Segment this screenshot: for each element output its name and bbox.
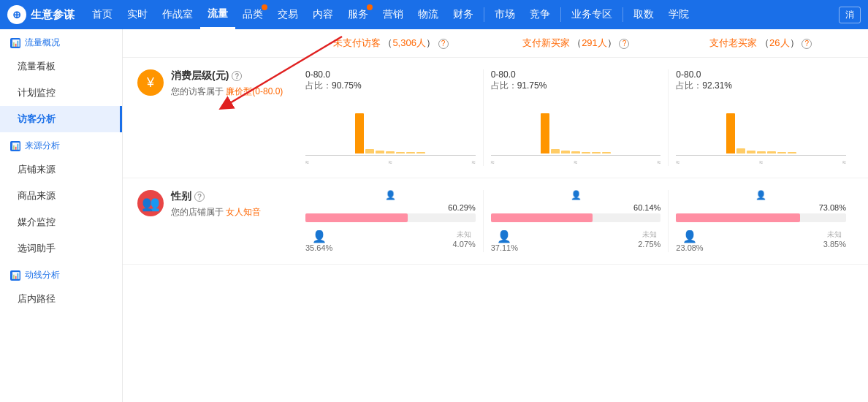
nav-item-realtime[interactable]: 实时 xyxy=(120,0,155,29)
gender-male-icon-col1: 👤 xyxy=(312,230,327,243)
nav-item-home[interactable]: 首页 xyxy=(85,0,120,29)
nav-item-compete[interactable]: 竞争 xyxy=(522,0,557,29)
nav-item-market[interactable]: 市场 xyxy=(487,0,522,29)
gender-title: 性别 ? xyxy=(171,190,298,203)
consumption-section: ¥ 消费层级(元) ? 您的访客属于 廉价型(0-80.0) 0-80 xyxy=(123,58,868,178)
gender-male-icon-col2: 👤 xyxy=(497,230,511,243)
gender-unknown-pct-col1: 4.07% xyxy=(452,240,475,249)
top-navigation: ⊕ 生意参谋 首页 实时 作战室 流量 品类 交易 内容 服务 营销 物流 财务… xyxy=(0,0,868,29)
nav-item-business[interactable]: 业务专区 xyxy=(564,0,620,29)
gender-female-icon-col1: 👤 xyxy=(305,190,476,200)
nav-right: 消 xyxy=(839,7,861,23)
nav-item-academy[interactable]: 学院 xyxy=(661,0,696,29)
x-labels-col2: ≈≈≈ xyxy=(491,159,661,166)
x-axis-col2 xyxy=(491,155,661,156)
gender-unknown-section-col3: 未知 3.85% xyxy=(823,230,846,252)
gender-female-pct-col1: 60.29% xyxy=(305,203,476,212)
gender-chart-col3: 👤 73.08% 👤 23.08% 未知 3.85% xyxy=(668,190,853,252)
consumption-charts: 0-80.0 占比：90.75% ≈≈≈ 0-80.0 占比：91.7 xyxy=(298,69,853,166)
bar-5 xyxy=(406,152,415,153)
nav-item-logistics[interactable]: 物流 xyxy=(411,0,446,29)
nav-item-finance[interactable]: 财务 xyxy=(446,0,481,29)
gender-text: 性别 ? 您的店铺属于 女人知音 xyxy=(171,190,298,219)
sidebar-item-product-source[interactable]: 商品来源 xyxy=(0,183,122,209)
bar-6 xyxy=(602,152,611,153)
bar-4 xyxy=(582,152,590,153)
nav-item-category[interactable]: 品类 xyxy=(235,0,270,29)
bar-4 xyxy=(396,152,405,153)
help-icon-col3[interactable]: ? xyxy=(802,39,812,49)
bar-6 xyxy=(416,152,425,153)
section-icon-traffic: 📊 xyxy=(10,38,20,48)
nav-item-trade[interactable]: 交易 xyxy=(270,0,305,29)
bar-chart-area-col3 xyxy=(676,95,846,153)
help-icon-col2[interactable]: ? xyxy=(619,39,629,49)
gender-charts: 👤 60.29% 👤 35.64% 未知 4.07% xyxy=(298,190,853,252)
help-icon-gender[interactable]: ? xyxy=(194,191,205,202)
nav-right-item-xiao[interactable]: 消 xyxy=(839,7,861,23)
bar-2 xyxy=(376,151,384,153)
nav-divider-1 xyxy=(484,7,484,22)
bar-1 xyxy=(736,148,745,153)
main-content: 未支付访客 （5,306人） ? 支付新买家 （291人） ? 支付老买家 （2… xyxy=(123,29,868,402)
gender-male-section-col1: 👤 35.64% xyxy=(305,230,332,252)
gender-male-pct-col2: 37.11% xyxy=(491,243,518,252)
gender-chart-col1: 👤 60.29% 👤 35.64% 未知 4.07% xyxy=(298,190,483,252)
bar-5 xyxy=(592,152,601,153)
gender-icon: 👥 xyxy=(137,190,164,216)
main-layout: 📊 流量概况 流量看板 计划监控 访客分析 📊 来源分析 店铺来源 商品来源 媒… xyxy=(0,29,868,402)
app-logo: ⊕ 生意参谋 xyxy=(7,5,75,24)
help-icon-consumption[interactable]: ? xyxy=(232,71,242,81)
nav-item-marketing[interactable]: 营销 xyxy=(376,0,411,29)
sidebar-section-source: 📊 来源分析 xyxy=(0,132,122,156)
column-headers: 未支付访客 （5,306人） ? 支付新买家 （291人） ? 支付老买家 （2… xyxy=(123,29,868,58)
consumption-label: ¥ 消费层级(元) ? 您的访客属于 廉价型(0-80.0) xyxy=(137,69,298,98)
gender-male-pct-col3: 23.08% xyxy=(676,243,703,252)
mini-bars-col3 xyxy=(726,110,796,153)
section-icon-flow: 📊 xyxy=(10,270,20,281)
bar-5 xyxy=(777,152,786,153)
nav-item-battle[interactable]: 作战室 xyxy=(155,0,200,29)
gender-female-pct-col2: 60.14% xyxy=(491,203,661,212)
nav-item-service[interactable]: 服务 xyxy=(340,0,376,29)
x-labels-col3: ≈≈≈ xyxy=(676,159,846,166)
gender-female-pct-col3: 73.08% xyxy=(676,203,846,212)
gender-female-icon-col2: 👤 xyxy=(491,190,661,200)
bar-2 xyxy=(747,151,755,153)
sidebar-item-store-source[interactable]: 店铺来源 xyxy=(0,156,122,183)
sidebar-item-plan[interactable]: 计划监控 xyxy=(0,80,122,106)
x-axis-col1 xyxy=(305,155,476,156)
consumption-icon: ¥ xyxy=(137,69,164,96)
bar-chart-area-col2 xyxy=(491,95,661,153)
gender-bar-female-col2 xyxy=(491,213,661,222)
sidebar: 📊 流量概况 流量看板 计划监控 访客分析 📊 来源分析 店铺来源 商品来源 媒… xyxy=(0,29,123,402)
category-badge xyxy=(262,4,267,10)
mini-bars-col1 xyxy=(355,110,425,153)
sidebar-section-flow: 📊 动线分析 xyxy=(0,262,122,286)
nav-item-export[interactable]: 取数 xyxy=(626,0,661,29)
col-header-new: 支付新买家 （291人） ? xyxy=(483,37,668,50)
help-icon-col1[interactable]: ? xyxy=(438,39,449,49)
sidebar-item-path[interactable]: 店内路径 xyxy=(0,286,122,312)
nav-item-content[interactable]: 内容 xyxy=(305,0,340,29)
gender-female-icon-col3: 👤 xyxy=(676,190,846,200)
bar-3 xyxy=(386,151,395,153)
gender-unknown-section-col2: 未知 2.75% xyxy=(638,230,660,252)
col-header-unpaid: 未支付访客 （5,306人） ? xyxy=(298,37,483,50)
bar-0 xyxy=(355,113,364,153)
consumption-subtitle: 您的访客属于 廉价型(0-80.0) xyxy=(171,86,298,98)
consumption-chart-col3: 0-80.0 占比：92.31% ≈≈≈ xyxy=(668,69,853,166)
nav-item-traffic[interactable]: 流量 xyxy=(200,0,235,29)
gender-unknown-label-col3: 未知 xyxy=(827,230,842,240)
x-labels-col1: ≈≈≈ xyxy=(305,159,476,166)
gender-bar-female-col1 xyxy=(305,213,476,222)
logo-icon: ⊕ xyxy=(7,5,26,24)
sidebar-item-visitor[interactable]: 访客分析 xyxy=(0,106,122,132)
sidebar-item-media[interactable]: 媒介监控 xyxy=(0,209,122,235)
sidebar-item-dashboard[interactable]: 流量看板 xyxy=(0,53,122,80)
gender-subtitle: 您的店铺属于 女人知音 xyxy=(171,206,298,219)
gender-label: 👥 性别 ? 您的店铺属于 女人知音 xyxy=(137,190,298,219)
bar-0 xyxy=(541,113,549,153)
gender-unknown-label-col2: 未知 xyxy=(642,230,657,240)
sidebar-item-keyword[interactable]: 选词助手 xyxy=(0,235,122,262)
